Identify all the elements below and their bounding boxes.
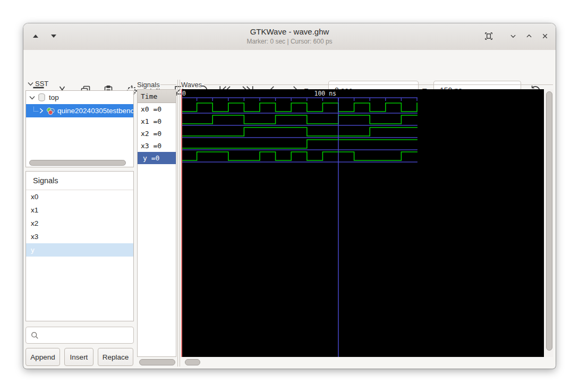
- signal-list-item-x1[interactable]: x1: [26, 203, 133, 217]
- append-button[interactable]: Append: [25, 348, 60, 366]
- waves-vscrollbar-thumb[interactable]: [546, 91, 552, 351]
- time-header[interactable]: Time: [138, 90, 176, 103]
- wave-names-panel: Time x0 =0 x1 =0 x2 =0 x3 =0 y =0: [137, 89, 176, 357]
- wave-names-frame-line: [160, 84, 176, 85]
- svg-text:0: 0: [182, 90, 186, 97]
- fullscreen-icon: [483, 31, 494, 41]
- sst-label: SST: [35, 80, 48, 88]
- close-button[interactable]: [537, 28, 553, 44]
- insert-button[interactable]: Insert: [64, 348, 93, 366]
- sst-hscrollbar-thumb[interactable]: [29, 160, 126, 166]
- signal-list-item-x2[interactable]: x2: [26, 217, 133, 230]
- titlebar: GTKWave - wave.ghw Marker: 0 sec | Curso…: [23, 23, 556, 50]
- waves-frame-label: Waves: [181, 81, 202, 89]
- expander-down-icon[interactable]: [29, 96, 35, 100]
- scope-cylinder-icon: [38, 93, 46, 102]
- signal-list-header: Signals: [26, 172, 133, 190]
- signal-list-item-x0[interactable]: x0: [26, 190, 133, 203]
- waves-hscrollbar-thumb[interactable]: [185, 359, 200, 365]
- tree-item-label: quine20240305testbench: [57, 107, 133, 115]
- pane-splitter-line[interactable]: [180, 80, 180, 367]
- maximize-button[interactable]: [521, 28, 537, 44]
- wave-name-row-y[interactable]: y =0: [138, 152, 176, 164]
- search-icon: [30, 331, 39, 340]
- gtkwave-window: GTKWave - wave.ghw Marker: 0 sec | Curso…: [23, 23, 556, 369]
- signal-list-item-x3[interactable]: x3: [26, 230, 133, 243]
- waveform-plot: 0100 ns: [181, 89, 544, 357]
- expander-right-icon[interactable]: [39, 108, 44, 114]
- sst-tree-panel: top quine20240305testbench: [25, 90, 134, 167]
- fullscreen-button[interactable]: [481, 28, 497, 44]
- maximize-icon: [524, 31, 534, 41]
- signal-search-input[interactable]: [25, 327, 134, 344]
- marker-cursor-status: Marker: 0 sec | Cursor: 600 ps: [23, 38, 556, 45]
- wave-name-row-x0[interactable]: x0 =0: [138, 103, 176, 115]
- svg-text:100 ns: 100 ns: [314, 90, 336, 97]
- pane-splitter[interactable]: [177, 80, 178, 367]
- close-icon: [540, 31, 550, 41]
- minimize-button[interactable]: [505, 28, 521, 44]
- tree-item-label: top: [49, 93, 59, 101]
- wave-name-row-x1[interactable]: x1 =0: [138, 115, 176, 127]
- wave-names-hscrollbar-thumb[interactable]: [139, 359, 175, 365]
- waves-hscrollbar[interactable]: [181, 358, 544, 365]
- sst-expander-icon: [28, 82, 33, 86]
- tree-item-testbench[interactable]: quine20240305testbench: [26, 104, 133, 117]
- sst-hscrollbar[interactable]: [27, 159, 132, 165]
- wave-names-hscrollbar[interactable]: [137, 358, 176, 365]
- signal-list-item-y[interactable]: y: [26, 243, 133, 257]
- signal-list-panel: Signals x0 x1 x2 x3 y: [25, 171, 134, 321]
- wave-name-row-x2[interactable]: x2 =0: [138, 127, 176, 140]
- screenshot-page: GTKWave - wave.ghw Marker: 0 sec | Curso…: [0, 0, 579, 392]
- waves-frame-line: [204, 84, 553, 85]
- replace-button[interactable]: Replace: [98, 348, 133, 366]
- tree-connector: [33, 107, 38, 112]
- toolbar: From: 0 sec To: 150 ns: [23, 50, 556, 79]
- module-icon: [46, 107, 55, 115]
- wave-names-frame-label: Signals: [137, 81, 160, 89]
- window-title: GTKWave - wave.ghw: [23, 27, 556, 36]
- wave-name-row-x3[interactable]: x3 =0: [138, 140, 176, 152]
- tree-item-top[interactable]: top: [26, 91, 133, 104]
- sst-header[interactable]: SST: [28, 80, 48, 88]
- minimize-icon: [508, 31, 518, 41]
- waves-vscrollbar[interactable]: [545, 89, 553, 357]
- wave-canvas[interactable]: 0100 ns: [181, 89, 544, 357]
